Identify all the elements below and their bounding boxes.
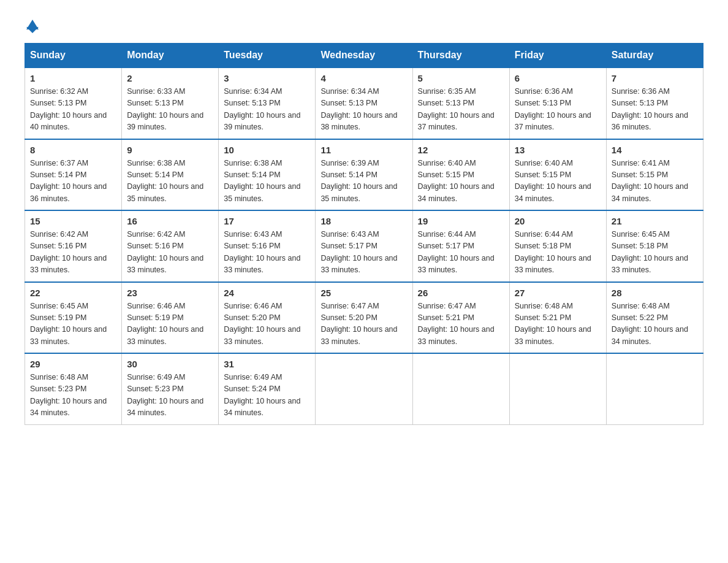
- day-info: Sunrise: 6:38 AM Sunset: 5:14 PM Dayligh…: [127, 158, 213, 205]
- day-number: 2: [127, 73, 213, 83]
- calendar-cell: 12 Sunrise: 6:40 AM Sunset: 5:15 PM Dayl…: [412, 139, 509, 211]
- day-number: 28: [612, 288, 698, 298]
- calendar-cell: 6 Sunrise: 6:36 AM Sunset: 5:13 PM Dayli…: [509, 67, 606, 139]
- day-info: Sunrise: 6:40 AM Sunset: 5:15 PM Dayligh…: [515, 158, 601, 205]
- calendar-cell: 23 Sunrise: 6:46 AM Sunset: 5:19 PM Dayl…: [122, 282, 219, 354]
- day-number: 3: [224, 73, 310, 83]
- calendar-cell: 17 Sunrise: 6:43 AM Sunset: 5:16 PM Dayl…: [219, 210, 316, 282]
- day-info: Sunrise: 6:49 AM Sunset: 5:23 PM Dayligh…: [127, 372, 213, 419]
- calendar-cell: 26 Sunrise: 6:47 AM Sunset: 5:21 PM Dayl…: [412, 282, 509, 354]
- day-info: Sunrise: 6:45 AM Sunset: 5:18 PM Dayligh…: [612, 229, 698, 277]
- calendar-cell: 27 Sunrise: 6:48 AM Sunset: 5:21 PM Dayl…: [509, 282, 606, 354]
- day-info: Sunrise: 6:42 AM Sunset: 5:16 PM Dayligh…: [127, 229, 213, 277]
- day-info: Sunrise: 6:45 AM Sunset: 5:19 PM Dayligh…: [30, 301, 116, 348]
- day-number: 25: [320, 288, 407, 298]
- calendar-cell: [606, 353, 703, 424]
- calendar-cell: 16 Sunrise: 6:42 AM Sunset: 5:16 PM Dayl…: [122, 210, 219, 282]
- day-number: 4: [320, 73, 407, 83]
- day-number: 9: [127, 145, 213, 155]
- day-info: Sunrise: 6:48 AM Sunset: 5:21 PM Dayligh…: [515, 301, 601, 348]
- day-info: Sunrise: 6:32 AM Sunset: 5:13 PM Dayligh…: [30, 86, 116, 134]
- calendar-header-row: SundayMondayTuesdayWednesdayThursdayFrid…: [25, 44, 703, 68]
- calendar-week-row: 1 Sunrise: 6:32 AM Sunset: 5:13 PM Dayli…: [25, 67, 703, 139]
- header-thursday: Thursday: [412, 44, 509, 68]
- calendar-cell: 5 Sunrise: 6:35 AM Sunset: 5:13 PM Dayli…: [412, 67, 509, 139]
- day-number: 12: [418, 145, 504, 155]
- day-info: Sunrise: 6:36 AM Sunset: 5:13 PM Dayligh…: [612, 86, 698, 134]
- day-number: 26: [418, 288, 504, 298]
- calendar-cell: [412, 353, 509, 424]
- day-info: Sunrise: 6:34 AM Sunset: 5:13 PM Dayligh…: [224, 86, 310, 134]
- day-number: 19: [418, 216, 504, 226]
- calendar-cell: 19 Sunrise: 6:44 AM Sunset: 5:17 PM Dayl…: [412, 210, 509, 282]
- day-number: 18: [320, 216, 407, 226]
- calendar-cell: 14 Sunrise: 6:41 AM Sunset: 5:15 PM Dayl…: [606, 139, 703, 211]
- calendar-cell: 8 Sunrise: 6:37 AM Sunset: 5:14 PM Dayli…: [25, 139, 122, 211]
- header-friday: Friday: [509, 44, 606, 68]
- calendar-cell: 10 Sunrise: 6:38 AM Sunset: 5:14 PM Dayl…: [219, 139, 316, 211]
- logo: [25, 18, 39, 31]
- calendar-week-row: 15 Sunrise: 6:42 AM Sunset: 5:16 PM Dayl…: [25, 210, 703, 282]
- day-info: Sunrise: 6:35 AM Sunset: 5:13 PM Dayligh…: [418, 86, 504, 134]
- calendar-cell: 29 Sunrise: 6:48 AM Sunset: 5:23 PM Dayl…: [25, 353, 122, 424]
- day-number: 10: [224, 145, 310, 155]
- day-info: Sunrise: 6:47 AM Sunset: 5:20 PM Dayligh…: [320, 301, 407, 348]
- day-number: 11: [320, 145, 407, 155]
- header-tuesday: Tuesday: [219, 44, 316, 68]
- calendar-cell: [509, 353, 606, 424]
- day-info: Sunrise: 6:42 AM Sunset: 5:16 PM Dayligh…: [30, 229, 116, 277]
- day-number: 20: [515, 216, 601, 226]
- calendar-cell: 7 Sunrise: 6:36 AM Sunset: 5:13 PM Dayli…: [606, 67, 703, 139]
- day-number: 22: [30, 288, 116, 298]
- day-info: Sunrise: 6:40 AM Sunset: 5:15 PM Dayligh…: [418, 158, 504, 205]
- calendar-cell: 1 Sunrise: 6:32 AM Sunset: 5:13 PM Dayli…: [25, 67, 122, 139]
- calendar-cell: 15 Sunrise: 6:42 AM Sunset: 5:16 PM Dayl…: [25, 210, 122, 282]
- header-monday: Monday: [122, 44, 219, 68]
- day-info: Sunrise: 6:36 AM Sunset: 5:13 PM Dayligh…: [515, 86, 601, 134]
- day-number: 21: [612, 216, 698, 226]
- day-info: Sunrise: 6:47 AM Sunset: 5:21 PM Dayligh…: [418, 301, 504, 348]
- day-info: Sunrise: 6:46 AM Sunset: 5:20 PM Dayligh…: [224, 301, 310, 348]
- day-number: 23: [127, 288, 213, 298]
- calendar-cell: 25 Sunrise: 6:47 AM Sunset: 5:20 PM Dayl…: [316, 282, 412, 354]
- day-info: Sunrise: 6:41 AM Sunset: 5:15 PM Dayligh…: [612, 158, 698, 205]
- calendar-cell: 11 Sunrise: 6:39 AM Sunset: 5:14 PM Dayl…: [316, 139, 412, 211]
- calendar-cell: 2 Sunrise: 6:33 AM Sunset: 5:13 PM Dayli…: [122, 67, 219, 139]
- day-info: Sunrise: 6:49 AM Sunset: 5:24 PM Dayligh…: [224, 372, 310, 419]
- header-wednesday: Wednesday: [316, 44, 412, 68]
- calendar-cell: 18 Sunrise: 6:43 AM Sunset: 5:17 PM Dayl…: [316, 210, 412, 282]
- day-number: 15: [30, 216, 116, 226]
- calendar-week-row: 8 Sunrise: 6:37 AM Sunset: 5:14 PM Dayli…: [25, 139, 703, 211]
- calendar-cell: 20 Sunrise: 6:44 AM Sunset: 5:18 PM Dayl…: [509, 210, 606, 282]
- day-number: 16: [127, 216, 213, 226]
- day-number: 13: [515, 145, 601, 155]
- day-info: Sunrise: 6:34 AM Sunset: 5:13 PM Dayligh…: [320, 86, 407, 134]
- day-number: 24: [224, 288, 310, 298]
- day-number: 30: [127, 359, 213, 369]
- calendar-cell: 9 Sunrise: 6:38 AM Sunset: 5:14 PM Dayli…: [122, 139, 219, 211]
- calendar-cell: 22 Sunrise: 6:45 AM Sunset: 5:19 PM Dayl…: [25, 282, 122, 354]
- day-number: 1: [30, 73, 116, 83]
- day-number: 7: [612, 73, 698, 83]
- day-info: Sunrise: 6:48 AM Sunset: 5:23 PM Dayligh…: [30, 372, 116, 419]
- day-number: 29: [30, 359, 116, 369]
- day-info: Sunrise: 6:44 AM Sunset: 5:18 PM Dayligh…: [515, 229, 601, 277]
- day-info: Sunrise: 6:46 AM Sunset: 5:19 PM Dayligh…: [127, 301, 213, 348]
- day-number: 5: [418, 73, 504, 83]
- calendar-cell: 3 Sunrise: 6:34 AM Sunset: 5:13 PM Dayli…: [219, 67, 316, 139]
- calendar-week-row: 29 Sunrise: 6:48 AM Sunset: 5:23 PM Dayl…: [25, 353, 703, 424]
- day-number: 14: [612, 145, 698, 155]
- calendar-cell: 30 Sunrise: 6:49 AM Sunset: 5:23 PM Dayl…: [122, 353, 219, 424]
- day-number: 31: [224, 359, 310, 369]
- day-number: 27: [515, 288, 601, 298]
- header-sunday: Sunday: [25, 44, 122, 68]
- day-info: Sunrise: 6:43 AM Sunset: 5:16 PM Dayligh…: [224, 229, 310, 277]
- calendar-table: SundayMondayTuesdayWednesdayThursdayFrid…: [25, 43, 703, 425]
- calendar-cell: 31 Sunrise: 6:49 AM Sunset: 5:24 PM Dayl…: [219, 353, 316, 424]
- calendar-week-row: 22 Sunrise: 6:45 AM Sunset: 5:19 PM Dayl…: [25, 282, 703, 354]
- calendar-cell: [316, 353, 412, 424]
- day-info: Sunrise: 6:39 AM Sunset: 5:14 PM Dayligh…: [320, 158, 407, 205]
- calendar-cell: 4 Sunrise: 6:34 AM Sunset: 5:13 PM Dayli…: [316, 67, 412, 139]
- page-header: [25, 18, 703, 31]
- calendar-cell: 24 Sunrise: 6:46 AM Sunset: 5:20 PM Dayl…: [219, 282, 316, 354]
